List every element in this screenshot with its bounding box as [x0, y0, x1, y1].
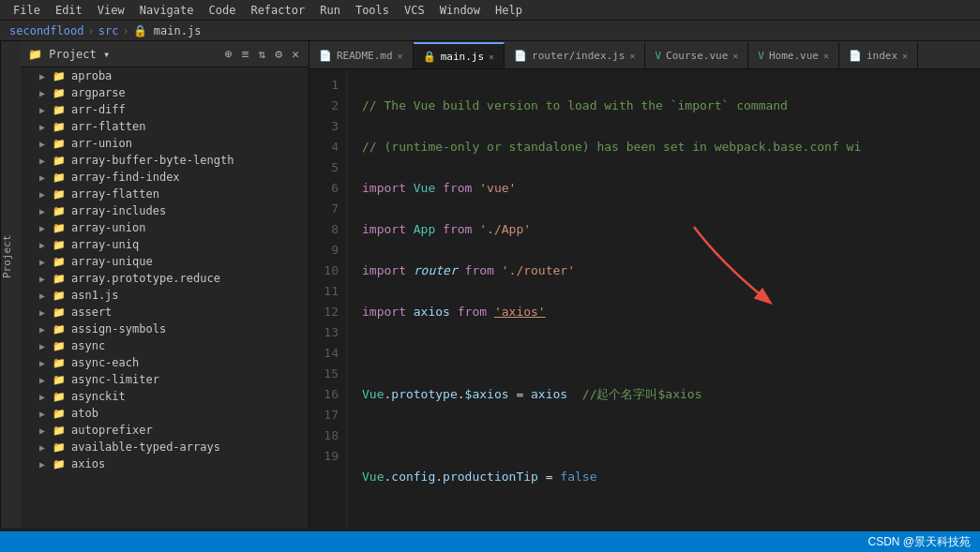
- menu-window[interactable]: Window: [434, 2, 486, 19]
- watermark: CSDN @景天科技苑: [867, 534, 971, 550]
- tab-index-label: index: [867, 50, 897, 62]
- list-item[interactable]: ▶📁asn1.js: [21, 287, 309, 304]
- home-tab-icon: V: [758, 50, 764, 62]
- list-item[interactable]: ▶📁array-flatten: [21, 186, 309, 202]
- list-item[interactable]: ▶📁assert: [21, 304, 309, 321]
- list-item[interactable]: ▶📁argparse: [21, 84, 309, 101]
- file-tree-add-icon[interactable]: ⊕: [223, 45, 234, 63]
- list-item[interactable]: ▶📁asynckit: [21, 388, 309, 405]
- list-item[interactable]: ▶📁array.prototype.reduce: [21, 270, 309, 287]
- list-item[interactable]: ▶📁async-each: [21, 354, 309, 371]
- list-item[interactable]: ▶📁async: [21, 337, 309, 354]
- menu-tools[interactable]: Tools: [350, 2, 395, 19]
- menu-edit[interactable]: Edit: [50, 2, 88, 19]
- course-tab-icon: V: [655, 50, 661, 62]
- file-tree-settings-icon[interactable]: ⚙: [273, 45, 284, 63]
- router-tab-icon: 📄: [514, 50, 527, 62]
- tab-readme-label: README.md: [337, 50, 393, 62]
- list-item[interactable]: ▶📁available-typed-arrays: [21, 439, 309, 455]
- file-tree-header: 📁 Project ▾ ⊕ ≡ ⇅ ⚙ ✕: [21, 41, 309, 67]
- list-item[interactable]: ▶📁aproba: [21, 67, 309, 84]
- tab-mainjs[interactable]: 🔒 main.js ✕: [414, 42, 505, 68]
- sidebar-tab[interactable]: Project: [0, 41, 21, 528]
- code-content[interactable]: // The Vue build version to load with th…: [347, 69, 980, 528]
- readme-tab-icon: 📄: [319, 50, 332, 62]
- tab-home-close[interactable]: ✕: [823, 51, 829, 61]
- list-item[interactable]: ▶📁array-find-index: [21, 169, 309, 186]
- tab-home-label: Home.vue: [769, 50, 819, 62]
- line-numbers: 12345 678910 1112131415 16171819: [309, 69, 347, 528]
- index-tab-icon: 📄: [849, 50, 862, 62]
- code-editor[interactable]: 12345 678910 1112131415 16171819 // The …: [309, 69, 980, 528]
- list-item[interactable]: ▶📁axios: [21, 455, 309, 472]
- list-item[interactable]: ▶📁arr-flatten: [21, 118, 309, 135]
- tab-index-close[interactable]: ✕: [902, 51, 908, 61]
- breadcrumb-project[interactable]: secondflood: [9, 24, 83, 37]
- list-item[interactable]: ▶📁array-includes: [21, 202, 309, 219]
- list-item[interactable]: ▶📁array-unique: [21, 253, 309, 270]
- list-item[interactable]: ▶📁autoprefixer: [21, 422, 309, 439]
- breadcrumb-src[interactable]: src: [98, 24, 119, 37]
- menu-navigate[interactable]: Navigate: [134, 2, 200, 19]
- breadcrumb-file[interactable]: 🔒 main.js: [133, 24, 202, 37]
- list-item[interactable]: ▶📁array-uniq: [21, 236, 309, 253]
- status-bar: CSDN @景天科技苑: [0, 531, 980, 552]
- tab-router-close[interactable]: ✕: [629, 51, 635, 61]
- menu-code[interactable]: Code: [204, 2, 242, 19]
- tab-home[interactable]: V Home.vue ✕: [748, 42, 839, 68]
- editor-area: 📄 README.md ✕ 🔒 main.js ✕ 📄 router/index…: [309, 41, 980, 528]
- tab-mainjs-label: main.js: [441, 51, 484, 63]
- tab-course[interactable]: V Course.vue ✕: [645, 42, 748, 68]
- file-list: ▶📁aproba ▶📁argparse ▶📁arr-diff ▶📁arr-fla…: [21, 67, 309, 528]
- file-tree-panel: 📁 Project ▾ ⊕ ≡ ⇅ ⚙ ✕ ▶📁aproba ▶📁argpars…: [21, 41, 309, 528]
- main-layout: Project 📁 Project ▾ ⊕ ≡ ⇅ ⚙ ✕ ▶📁aproba ▶…: [0, 41, 980, 528]
- menu-run[interactable]: Run: [314, 2, 346, 19]
- list-item[interactable]: ▶📁arr-diff: [21, 101, 309, 118]
- tab-router-label: router/index.js: [532, 50, 625, 62]
- breadcrumb: secondflood › src › 🔒 main.js: [0, 21, 980, 41]
- menu-bar: File Edit View Navigate Code Refactor Ru…: [0, 0, 980, 21]
- tab-readme[interactable]: 📄 README.md ✕: [309, 42, 414, 68]
- breadcrumb-sep2: ›: [122, 24, 128, 37]
- file-tree-expand-icon[interactable]: ⇅: [257, 45, 268, 63]
- menu-refactor[interactable]: Refactor: [245, 2, 310, 19]
- file-tree-collapse-icon[interactable]: ≡: [240, 45, 251, 63]
- tab-router[interactable]: 📄 router/index.js ✕: [505, 42, 645, 68]
- file-tree-close-icon[interactable]: ✕: [290, 45, 301, 63]
- menu-help[interactable]: Help: [490, 2, 528, 19]
- list-item[interactable]: ▶📁async-limiter: [21, 371, 309, 388]
- file-tree-title: 📁 Project ▾: [28, 48, 218, 61]
- tab-readme-close[interactable]: ✕: [398, 51, 403, 61]
- tab-mainjs-close[interactable]: ✕: [489, 52, 494, 62]
- breadcrumb-sep1: ›: [87, 24, 94, 37]
- list-item[interactable]: ▶📁assign-symbols: [21, 321, 309, 337]
- tab-course-close[interactable]: ✕: [732, 51, 738, 61]
- tab-index[interactable]: 📄 index ✕: [839, 42, 918, 68]
- list-item[interactable]: ▶📁array-buffer-byte-length: [21, 152, 309, 169]
- menu-view[interactable]: View: [92, 2, 130, 19]
- menu-file[interactable]: File: [8, 2, 46, 19]
- list-item[interactable]: ▶📁array-union: [21, 219, 309, 236]
- list-item[interactable]: ▶📁arr-union: [21, 135, 309, 152]
- menu-vcs[interactable]: VCS: [399, 2, 430, 19]
- mainjs-tab-icon: 🔒: [423, 51, 436, 63]
- tab-course-label: Course.vue: [666, 50, 728, 62]
- tabs-bar: 📄 README.md ✕ 🔒 main.js ✕ 📄 router/index…: [309, 41, 980, 69]
- list-item[interactable]: ▶📁atob: [21, 405, 309, 422]
